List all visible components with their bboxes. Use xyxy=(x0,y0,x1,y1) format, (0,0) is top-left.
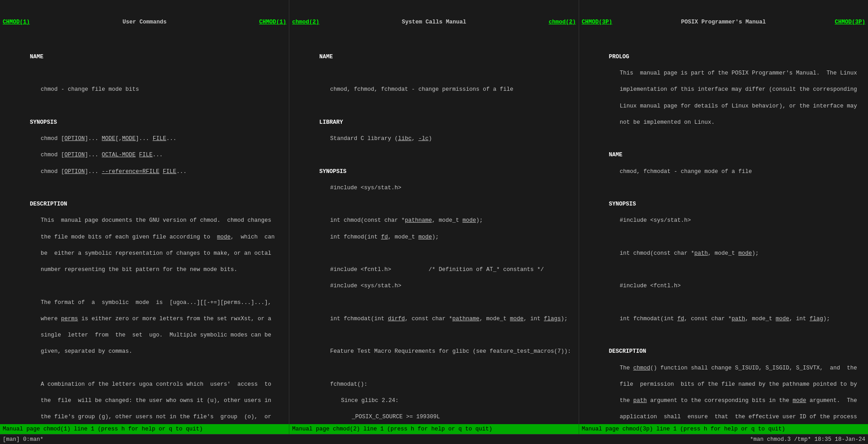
status-bar-3: Manual page chmod(3p) line 1 (press h fo… xyxy=(579,424,868,434)
panel1-header-right: CHMOD(1) xyxy=(259,18,286,26)
p1-synopsis-head: SYNOPSIS xyxy=(30,119,57,126)
panel1-header-center: User Commands xyxy=(123,18,167,26)
panel1-content: NAME chmod - change file mode bits SYNOP… xyxy=(3,45,286,424)
panel-chmod2[interactable]: chmod(2) System Calls Manual chmod(2) NA… xyxy=(289,0,579,424)
panel1-header: CHMOD(1) User Commands CHMOD(1) xyxy=(3,18,286,26)
status-bar-2: Manual page chmod(2) line 1 (press h for… xyxy=(289,424,578,434)
panel3-header-right: CHMOD(3P) xyxy=(835,18,865,26)
p2-synopsis-head: SYNOPSIS xyxy=(319,168,346,175)
cmd-bar: [man] 0:man* *man chmod.3 /tmp* 18:35 18… xyxy=(0,434,868,444)
panel-chmod3p[interactable]: CHMOD(3P) POSIX Programmer's Manual CHMO… xyxy=(579,0,868,424)
p2-library-head: LIBRARY xyxy=(319,119,343,126)
p1-name-head: NAME xyxy=(30,54,43,60)
status-bar-1: Manual page chmod(1) line 1 (press h for… xyxy=(0,424,289,434)
panels-container: CHMOD(1) User Commands CHMOD(1) NAME chm… xyxy=(0,0,868,424)
screen: CHMOD(1) User Commands CHMOD(1) NAME chm… xyxy=(0,0,868,444)
p1-desc-head: DESCRIPTION xyxy=(30,201,67,207)
panel1-header-left: CHMOD(1) xyxy=(3,18,30,26)
p3-name-head: NAME xyxy=(609,152,623,158)
panel3-header: CHMOD(3P) POSIX Programmer's Manual CHMO… xyxy=(582,18,865,26)
panel2-header-left: chmod(2) xyxy=(292,18,319,26)
panel2-content: NAME chmod, fchmod, fchmodat - change pe… xyxy=(292,45,576,424)
p2-name-head: NAME xyxy=(319,54,333,60)
panel-chmod1[interactable]: CHMOD(1) User Commands CHMOD(1) NAME chm… xyxy=(0,0,289,424)
p3-prolog-head: PROLOG xyxy=(609,54,629,60)
status-bar-1-text: Manual page chmod(1) line 1 (press h for… xyxy=(3,426,203,432)
cmd-bar-right: *man chmod.3 /tmp* 18:35 18-Jan-24 xyxy=(750,436,865,443)
status-bars-row: Manual page chmod(1) line 1 (press h for… xyxy=(0,424,868,434)
panel2-header-center: System Calls Manual xyxy=(402,18,467,26)
panel3-header-left: CHMOD(3P) xyxy=(582,18,613,26)
panel2-header-right: chmod(2) xyxy=(549,18,576,26)
status-bar-2-text: Manual page chmod(2) line 1 (press h for… xyxy=(292,426,492,432)
p3-desc-head: DESCRIPTION xyxy=(609,348,646,355)
panel3-header-center: POSIX Programmer's Manual xyxy=(681,18,766,26)
panel2-header: chmod(2) System Calls Manual chmod(2) xyxy=(292,18,576,26)
panel3-content: PROLOG This manual page is part of the P… xyxy=(582,45,865,424)
p3-synopsis-head: SYNOPSIS xyxy=(609,201,636,207)
cmd-bar-left: [man] 0:man* xyxy=(3,436,750,443)
status-bar-3-text: Manual page chmod(3p) line 1 (press h fo… xyxy=(582,426,785,432)
